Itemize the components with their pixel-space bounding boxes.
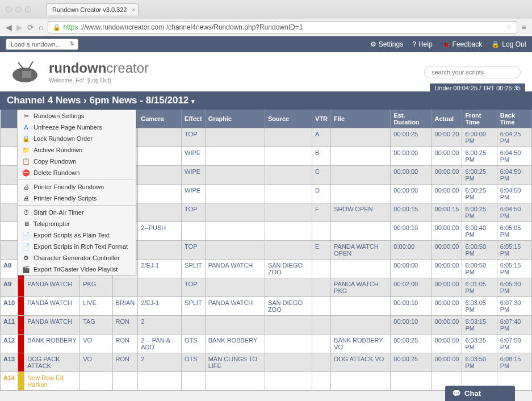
reload-icon[interactable]: ⟳ xyxy=(27,23,34,32)
cell[interactable]: F xyxy=(312,203,331,222)
cell[interactable]: 6:00:25 PM xyxy=(462,185,497,203)
cell[interactable]: BANK ROBBERY xyxy=(24,335,80,353)
cell[interactable] xyxy=(112,372,138,391)
cell[interactable] xyxy=(331,147,391,166)
cell[interactable]: 2 xyxy=(138,353,182,372)
cell[interactable] xyxy=(265,278,312,297)
cell[interactable]: SPLIT xyxy=(182,260,206,278)
cell[interactable]: 6:07:40 PM xyxy=(497,316,531,335)
menu-item[interactable]: 🖥Teleprompter xyxy=(18,218,136,229)
load-rundown-dropdown[interactable]: Load a rundown... xyxy=(6,39,78,50)
cell[interactable]: 00:00:00 xyxy=(432,297,462,316)
cell[interactable]: A13 xyxy=(1,353,18,372)
cell[interactable] xyxy=(182,372,206,391)
cell[interactable]: SHOW OPEN xyxy=(331,203,391,222)
cell[interactable]: B xyxy=(312,147,331,166)
cell[interactable]: 00:00:20 xyxy=(432,128,462,147)
cell[interactable]: 00:00:00 xyxy=(391,260,432,278)
cell[interactable] xyxy=(331,297,391,316)
cell[interactable]: A8 xyxy=(1,260,18,278)
cell[interactable]: 6:04:50 PM xyxy=(497,166,531,185)
column-header[interactable]: File xyxy=(331,110,391,128)
column-header[interactable]: Graphic xyxy=(205,110,265,128)
cell[interactable]: A11 xyxy=(1,316,18,335)
cell[interactable] xyxy=(265,316,312,335)
cell[interactable]: 0:00:00 xyxy=(391,241,432,260)
cell[interactable]: 00:00:15 xyxy=(391,203,432,222)
cell[interactable]: VO xyxy=(80,353,112,372)
cell[interactable]: TOP xyxy=(182,203,206,222)
cell[interactable] xyxy=(312,260,331,278)
menu-item[interactable]: 🖨Printer Friendly Rundown xyxy=(18,181,136,193)
column-header[interactable]: Back Time xyxy=(497,110,531,128)
cell[interactable] xyxy=(331,260,391,278)
cell[interactable]: PANDA WATCH xyxy=(205,297,265,316)
cell[interactable]: RON xyxy=(112,335,138,353)
close-window[interactable] xyxy=(6,6,12,12)
cell[interactable]: DOG PACK ATTACK xyxy=(24,353,80,372)
cell[interactable] xyxy=(331,222,391,241)
cell[interactable]: 00:00:15 xyxy=(432,203,462,222)
cell[interactable]: 2 xyxy=(138,316,182,335)
cell[interactable]: 6:00:25 PM xyxy=(462,166,497,185)
menu-item[interactable]: ✂Rundown Settings xyxy=(18,110,136,122)
cell[interactable] xyxy=(205,316,265,335)
menu-item[interactable]: 📁Archive Rundown xyxy=(18,144,136,156)
column-header[interactable]: Source xyxy=(265,110,312,128)
cell[interactable] xyxy=(265,372,312,391)
column-header[interactable]: Front Time xyxy=(462,110,497,128)
cell[interactable] xyxy=(138,203,182,222)
cell[interactable]: 00:00:25 xyxy=(391,128,432,147)
cell[interactable]: 6:01:05 PM xyxy=(462,278,497,297)
cell[interactable]: MAN CLINGS TO LIFE xyxy=(205,353,265,372)
cell[interactable]: 2 -- PAN & ADD xyxy=(138,335,182,353)
cell[interactable]: 6:00:25 PM xyxy=(462,147,497,166)
menu-item[interactable]: 📄Export Scripts as Plain Text xyxy=(18,229,136,241)
cell[interactable] xyxy=(205,166,265,185)
cell[interactable]: 00:00:00 xyxy=(391,166,432,185)
cell[interactable]: PANDA WATCH xyxy=(24,297,80,316)
cell[interactable]: DOG ATTACK VO xyxy=(331,353,391,372)
cell[interactable] xyxy=(138,166,182,185)
cell[interactable]: OTS xyxy=(182,335,206,353)
cell[interactable] xyxy=(205,222,265,241)
cell[interactable] xyxy=(391,372,432,391)
help-link[interactable]: ?Help xyxy=(412,40,432,48)
cell[interactable] xyxy=(1,203,18,222)
cell[interactable]: 6:05:15 PM xyxy=(497,241,531,260)
cell[interactable]: BANK ROBBERY VO xyxy=(331,335,391,353)
cell[interactable]: A12 xyxy=(1,335,18,353)
cell[interactable]: 6:04:50 PM xyxy=(497,147,531,166)
column-header[interactable]: Camera xyxy=(138,110,182,128)
cell[interactable] xyxy=(265,128,312,147)
menu-item[interactable]: 🎬Export TriCaster Video Playlist xyxy=(18,264,136,275)
cell[interactable] xyxy=(205,203,265,222)
cell[interactable]: E xyxy=(312,241,331,260)
cell[interactable] xyxy=(265,241,312,260)
cell[interactable] xyxy=(265,353,312,372)
cell[interactable]: TOP xyxy=(182,241,206,260)
cell[interactable] xyxy=(205,278,265,297)
cell[interactable]: PANDA WATCH OPEN xyxy=(331,241,391,260)
home-icon[interactable]: ⌂ xyxy=(39,23,43,32)
menu-item[interactable]: ⛔Delete Rundown xyxy=(18,167,136,178)
column-header[interactable]: VTR xyxy=(312,110,331,128)
cell[interactable]: A10 xyxy=(1,297,18,316)
browser-tab[interactable]: Rundown Creator v3.0.322 × xyxy=(46,3,139,15)
cell[interactable] xyxy=(265,185,312,203)
cell[interactable] xyxy=(205,372,265,391)
cell[interactable] xyxy=(1,147,18,166)
cell[interactable]: 2--PUSH xyxy=(138,222,182,241)
back-icon[interactable]: ◀ xyxy=(6,23,12,32)
menu-item[interactable]: 🔒Lock Rundown Order xyxy=(18,133,136,144)
cell[interactable]: 6:05:30 PM xyxy=(497,278,531,297)
cell[interactable] xyxy=(312,372,331,391)
cell[interactable]: PANDA WATCH xyxy=(24,278,80,297)
cell[interactable]: 6:03:15 PM xyxy=(462,316,497,335)
cell[interactable] xyxy=(331,316,391,335)
cell[interactable]: 6:03:25 PM xyxy=(462,335,497,353)
menu-item[interactable]: 🖨Printer Friendly Scripts xyxy=(18,193,136,204)
cell[interactable] xyxy=(138,241,182,260)
cell[interactable]: PANDA WATCH xyxy=(24,316,80,335)
minimize-window[interactable] xyxy=(15,6,22,12)
